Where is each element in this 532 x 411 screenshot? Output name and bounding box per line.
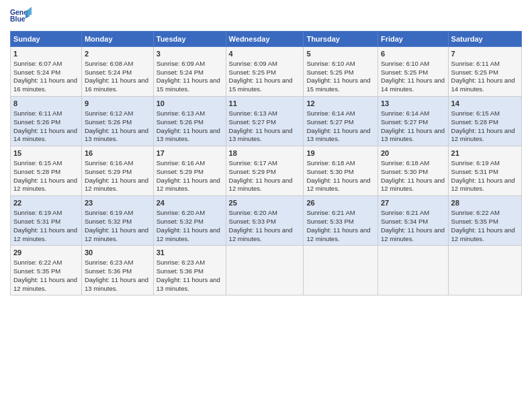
day-number: 15 — [13, 148, 79, 158]
day-cell-7: 7Sunrise: 6:11 AMSunset: 5:25 PMDaylight… — [448, 47, 521, 97]
day-number: 28 — [451, 198, 519, 208]
day-cell-27: 27Sunrise: 6:21 AMSunset: 5:34 PMDayligh… — [378, 196, 448, 246]
day-number: 20 — [381, 148, 445, 158]
day-cell-30: 30Sunrise: 6:23 AMSunset: 5:36 PMDayligh… — [81, 246, 153, 295]
header: General Blue — [10, 7, 522, 26]
day-cell-11: 11Sunrise: 6:13 AMSunset: 5:27 PMDayligh… — [226, 97, 304, 146]
day-number: 3 — [157, 49, 223, 59]
header-row: SundayMondayTuesdayWednesdayThursdayFrid… — [11, 32, 522, 47]
day-cell-22: 22Sunrise: 6:19 AMSunset: 5:31 PMDayligh… — [11, 196, 82, 246]
day-cell-25: 25Sunrise: 6:20 AMSunset: 5:33 PMDayligh… — [226, 196, 304, 246]
day-number: 11 — [229, 99, 301, 109]
calendar-table: SundayMondayTuesdayWednesdayThursdayFrid… — [10, 31, 522, 295]
header-day-saturday: Saturday — [448, 32, 521, 47]
day-cell-4: 4Sunrise: 6:09 AMSunset: 5:25 PMDaylight… — [226, 47, 304, 97]
week-row-3: 15Sunrise: 6:15 AMSunset: 5:28 PMDayligh… — [11, 146, 522, 196]
day-number: 6 — [381, 49, 445, 59]
day-number: 24 — [157, 198, 223, 208]
day-cell-15: 15Sunrise: 6:15 AMSunset: 5:28 PMDayligh… — [11, 146, 82, 196]
day-cell-9: 9Sunrise: 6:12 AMSunset: 5:26 PMDaylight… — [81, 97, 153, 146]
day-number: 18 — [229, 148, 301, 158]
day-number: 27 — [381, 198, 445, 208]
day-cell-26: 26Sunrise: 6:21 AMSunset: 5:33 PMDayligh… — [304, 196, 378, 246]
day-cell-16: 16Sunrise: 6:16 AMSunset: 5:29 PMDayligh… — [81, 146, 153, 196]
week-row-4: 22Sunrise: 6:19 AMSunset: 5:31 PMDayligh… — [11, 196, 522, 246]
day-number: 23 — [85, 198, 150, 208]
empty-cell — [304, 246, 378, 295]
empty-cell — [378, 246, 448, 295]
header-day-wednesday: Wednesday — [226, 32, 304, 47]
day-number: 1 — [13, 49, 79, 59]
day-cell-19: 19Sunrise: 6:18 AMSunset: 5:30 PMDayligh… — [304, 146, 378, 196]
day-number: 19 — [306, 148, 375, 158]
day-cell-20: 20Sunrise: 6:18 AMSunset: 5:30 PMDayligh… — [378, 146, 448, 196]
day-number: 2 — [85, 49, 150, 59]
day-cell-12: 12Sunrise: 6:14 AMSunset: 5:27 PMDayligh… — [304, 97, 378, 146]
header-day-tuesday: Tuesday — [153, 32, 226, 47]
empty-cell — [226, 246, 304, 295]
day-cell-2: 2Sunrise: 6:08 AMSunset: 5:24 PMDaylight… — [81, 47, 153, 97]
day-cell-21: 21Sunrise: 6:19 AMSunset: 5:31 PMDayligh… — [448, 146, 521, 196]
header-day-monday: Monday — [81, 32, 153, 47]
day-cell-1: 1Sunrise: 6:07 AMSunset: 5:24 PMDaylight… — [11, 47, 82, 97]
day-number: 14 — [451, 99, 519, 109]
day-cell-14: 14Sunrise: 6:15 AMSunset: 5:28 PMDayligh… — [448, 97, 521, 146]
day-number: 17 — [157, 148, 223, 158]
day-number: 7 — [451, 49, 519, 59]
day-number: 29 — [13, 248, 79, 258]
empty-cell — [448, 246, 521, 295]
day-number: 12 — [306, 99, 375, 109]
day-number: 10 — [157, 99, 223, 109]
header-day-friday: Friday — [378, 32, 448, 47]
week-row-2: 8Sunrise: 6:11 AMSunset: 5:26 PMDaylight… — [11, 97, 522, 146]
day-number: 16 — [85, 148, 150, 158]
day-number: 13 — [381, 99, 445, 109]
header-day-sunday: Sunday — [11, 32, 82, 47]
header-day-thursday: Thursday — [304, 32, 378, 47]
day-number: 30 — [85, 248, 150, 258]
day-cell-17: 17Sunrise: 6:16 AMSunset: 5:29 PMDayligh… — [153, 146, 226, 196]
week-row-5: 29Sunrise: 6:22 AMSunset: 5:35 PMDayligh… — [11, 246, 522, 295]
day-number: 9 — [85, 99, 150, 109]
svg-text:Blue: Blue — [10, 15, 26, 23]
day-cell-29: 29Sunrise: 6:22 AMSunset: 5:35 PMDayligh… — [11, 246, 82, 295]
week-row-1: 1Sunrise: 6:07 AMSunset: 5:24 PMDaylight… — [11, 47, 522, 97]
day-number: 8 — [13, 99, 79, 109]
day-number: 26 — [306, 198, 375, 208]
day-number: 21 — [451, 148, 519, 158]
day-number: 31 — [157, 248, 223, 258]
day-cell-8: 8Sunrise: 6:11 AMSunset: 5:26 PMDaylight… — [11, 97, 82, 146]
logo: General Blue — [10, 7, 34, 26]
day-number: 5 — [306, 49, 375, 59]
day-cell-24: 24Sunrise: 6:20 AMSunset: 5:32 PMDayligh… — [153, 196, 226, 246]
day-cell-28: 28Sunrise: 6:22 AMSunset: 5:35 PMDayligh… — [448, 196, 521, 246]
day-cell-31: 31Sunrise: 6:23 AMSunset: 5:36 PMDayligh… — [153, 246, 226, 295]
day-number: 4 — [229, 49, 301, 59]
day-cell-13: 13Sunrise: 6:14 AMSunset: 5:27 PMDayligh… — [378, 97, 448, 146]
day-cell-23: 23Sunrise: 6:19 AMSunset: 5:32 PMDayligh… — [81, 196, 153, 246]
logo-icon: General Blue — [10, 7, 32, 26]
day-number: 25 — [229, 198, 301, 208]
calendar-page: General Blue SundayMondayTuesdayWednesda… — [0, 0, 532, 411]
day-cell-18: 18Sunrise: 6:17 AMSunset: 5:29 PMDayligh… — [226, 146, 304, 196]
day-number: 22 — [13, 198, 79, 208]
day-cell-6: 6Sunrise: 6:10 AMSunset: 5:25 PMDaylight… — [378, 47, 448, 97]
day-cell-3: 3Sunrise: 6:09 AMSunset: 5:24 PMDaylight… — [153, 47, 226, 97]
day-cell-10: 10Sunrise: 6:13 AMSunset: 5:26 PMDayligh… — [153, 97, 226, 146]
day-cell-5: 5Sunrise: 6:10 AMSunset: 5:25 PMDaylight… — [304, 47, 378, 97]
